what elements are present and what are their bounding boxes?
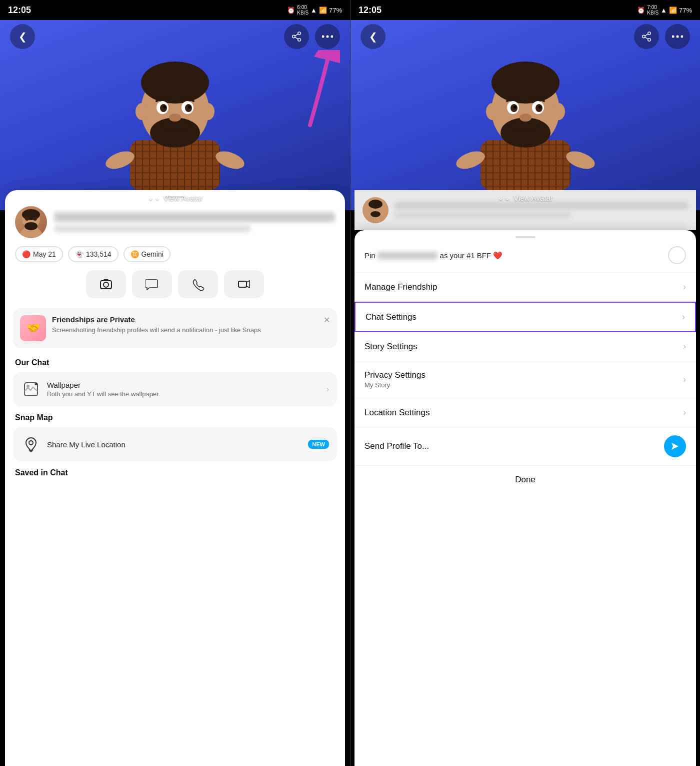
status-icons-left: ⏰ 6:00KB/S ▲ 📶 77% (287, 5, 342, 16)
svg-point-53 (486, 103, 499, 120)
svg-point-14 (163, 106, 166, 109)
share-icon-right (641, 31, 652, 42)
svg-line-25 (295, 37, 298, 39)
status-time-right: 12:05 (358, 5, 382, 16)
pin-row: Pin as your #1 BFF ❤️ (354, 238, 696, 273)
more-dots-icon-left (322, 35, 333, 38)
scrolled-avatar-svg (362, 197, 388, 223)
right-phone-panel: 12:05 ⏰ 7:00KB/S ▲ 📶 77% (350, 0, 700, 766)
badge-zodiac-label: Gemini (142, 250, 164, 258)
speed-icon: 6:00KB/S (297, 5, 308, 16)
svg-point-34 (24, 222, 38, 230)
profile-avatar-left (15, 206, 47, 238)
story-settings-item[interactable]: Story Settings › (354, 332, 696, 361)
svg-point-46 (29, 441, 33, 445)
share-location-text: Share My Live Location (47, 440, 302, 449)
camera-button[interactable] (86, 270, 126, 298)
svg-rect-39 (104, 279, 108, 281)
avatar-section-right: ❮ (350, 0, 700, 210)
more-button-right[interactable] (665, 24, 690, 49)
privacy-settings-text: Privacy Settings My Story (364, 370, 683, 389)
chat-settings-item[interactable]: Chat Settings › (354, 302, 696, 332)
location-settings-text: Location Settings (364, 408, 683, 418)
status-icons-right: ⏰ 7:00KB/S ▲ 📶 77% (637, 5, 692, 16)
svg-point-38 (104, 282, 108, 287)
share-button-left[interactable] (284, 24, 309, 49)
view-avatar-left[interactable]: ⌄⌄ View Avatar (148, 193, 203, 202)
wallpaper-item[interactable]: Wallpaper Both you and YT will see the w… (13, 372, 337, 406)
svg-point-74 (672, 36, 674, 38)
status-time-left: 12:05 (8, 5, 31, 16)
nav-right-left (284, 24, 340, 49)
ghost-icon: 👻 (75, 250, 84, 258)
wallpaper-text: Wallpaper Both you and YT will see the w… (47, 381, 320, 398)
pin-toggle-button[interactable] (668, 246, 686, 264)
friendship-text: Friendships are Private Screenshotting f… (52, 315, 318, 335)
share-location-title: Share My Live Location (47, 440, 302, 449)
svg-rect-40 (238, 281, 246, 287)
privacy-settings-item[interactable]: Privacy Settings My Story › (354, 361, 696, 398)
svg-point-15 (188, 106, 191, 109)
snap-map-label: Snap Map (5, 411, 345, 427)
chat-button[interactable] (132, 270, 172, 298)
svg-line-26 (295, 34, 298, 36)
scrolled-avatar (362, 197, 388, 223)
view-avatar-right[interactable]: ⌄⌄ View Avatar (498, 193, 553, 202)
svg-point-75 (676, 36, 679, 38)
pin-name-blur (378, 252, 438, 260)
more-dots-icon-right (672, 35, 683, 38)
phone-button[interactable] (178, 270, 218, 298)
camera-icon (100, 278, 112, 291)
saved-in-chat-label: Saved in Chat (5, 466, 345, 482)
send-profile-text: Send Profile To... (364, 441, 664, 451)
phone-icon (192, 278, 204, 291)
video-button[interactable] (224, 270, 264, 298)
badge-score[interactable]: 👻 133,514 (68, 246, 118, 262)
friendship-card: 🤝 Friendships are Private Screenshotting… (13, 308, 337, 348)
share-location-item[interactable]: Share My Live Location NEW (13, 427, 337, 461)
nav-buttons-right: ❮ (350, 24, 700, 49)
svg-line-72 (645, 37, 648, 39)
more-button-left[interactable] (315, 24, 340, 49)
svg-point-27 (322, 36, 324, 38)
badge-zodiac[interactable]: ♊ Gemini (124, 246, 170, 262)
svg-point-52 (492, 62, 560, 104)
back-button-left[interactable]: ❮ (10, 24, 35, 49)
alarm-icon: ⏰ (287, 7, 295, 14)
wifi-icon-r: ▲ (660, 7, 667, 14)
share-icon-left (291, 31, 302, 42)
nav-buttons-left: ❮ (0, 24, 350, 49)
wallpaper-svg-icon (23, 381, 39, 397)
wallpaper-chevron: › (326, 385, 329, 394)
badge-date[interactable]: 🔴 May 21 (15, 246, 63, 262)
bottom-nav-line-left (145, 760, 205, 762)
friendship-close-button[interactable]: ✕ (324, 315, 330, 325)
badge-score-label: 133,514 (86, 250, 112, 258)
status-bar-left: 12:05 ⏰ 6:00KB/S ▲ 📶 77% (0, 0, 350, 20)
avatar-small-left (15, 206, 47, 238)
view-avatar-chevron: ⌄⌄ (148, 193, 160, 202)
story-settings-text: Story Settings (364, 342, 683, 352)
action-buttons (5, 270, 345, 308)
send-profile-button[interactable] (664, 435, 686, 457)
profile-name-blur (54, 212, 335, 222)
manage-friendship-item[interactable]: Manage Friendship › (354, 273, 696, 302)
back-button-right[interactable]: ❮ (360, 24, 386, 49)
share-button-right[interactable] (634, 24, 659, 49)
location-settings-item[interactable]: Location Settings › (354, 398, 696, 427)
signal-icon-r: 📶 (669, 7, 677, 14)
profile-info-left (54, 212, 335, 232)
send-profile-item[interactable]: Send Profile To... (354, 427, 696, 466)
privacy-settings-chevron: › (683, 374, 686, 385)
svg-marker-81 (672, 443, 678, 450)
svg-point-76 (681, 36, 684, 38)
friendship-card-icon: 🤝 (20, 315, 46, 341)
badge-date-label: May 21 (33, 250, 56, 258)
red-dot-icon: 🔴 (22, 250, 30, 258)
svg-point-71 (648, 39, 651, 42)
svg-point-16 (169, 114, 181, 122)
view-avatar-chevron-r: ⌄⌄ (498, 193, 510, 202)
wallpaper-title: Wallpaper (47, 381, 320, 389)
done-row[interactable]: Done (354, 466, 696, 494)
menu-sheet-right: Pin as your #1 BFF ❤️ Manage Friendship … (354, 230, 696, 766)
